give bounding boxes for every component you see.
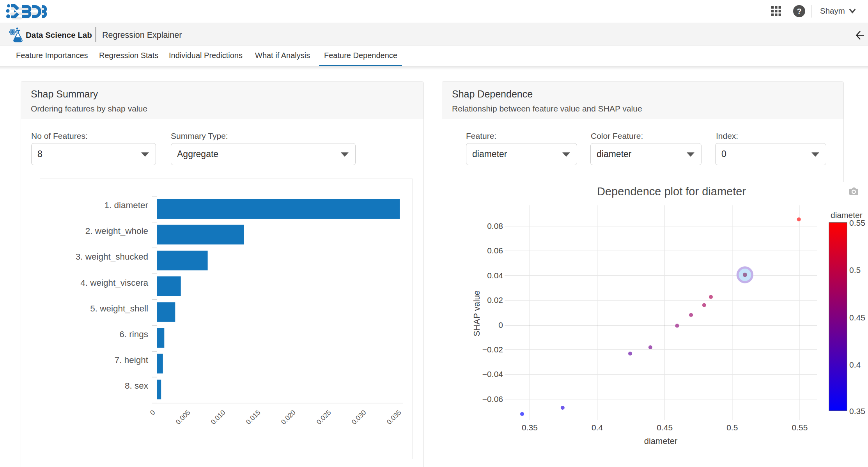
svg-text:6. rings: 6. rings xyxy=(119,329,148,339)
svg-text:4. weight_viscera: 4. weight_viscera xyxy=(80,278,148,288)
svg-text:0.08: 0.08 xyxy=(487,221,503,230)
svg-text:0.45: 0.45 xyxy=(849,313,865,322)
svg-text:?: ? xyxy=(797,7,801,16)
svg-text:5. weight_shell: 5. weight_shell xyxy=(90,304,148,313)
svg-text:−0.06: −0.06 xyxy=(482,394,503,403)
svg-text:0.55: 0.55 xyxy=(792,423,808,432)
svg-text:0.02: 0.02 xyxy=(487,295,503,304)
svg-text:−0.02: −0.02 xyxy=(482,345,503,354)
svg-text:0.030: 0.030 xyxy=(350,409,368,426)
svg-text:0.010: 0.010 xyxy=(209,409,227,426)
svg-text:0.55: 0.55 xyxy=(849,218,865,227)
svg-text:7. height: 7. height xyxy=(115,355,149,365)
svg-text:2. weight_whole: 2. weight_whole xyxy=(85,226,148,236)
svg-text:0.06: 0.06 xyxy=(487,246,503,255)
svg-text:0: 0 xyxy=(149,408,157,416)
svg-text:0.35: 0.35 xyxy=(849,407,865,416)
svg-text:0.4: 0.4 xyxy=(849,360,861,369)
svg-text:Dependence plot for diameter: Dependence plot for diameter xyxy=(597,185,746,198)
svg-text:−0.04: −0.04 xyxy=(482,370,503,379)
svg-text:0.025: 0.025 xyxy=(315,409,333,426)
svg-text:0.005: 0.005 xyxy=(174,409,192,426)
svg-text:0.5: 0.5 xyxy=(849,265,861,274)
svg-text:0.45: 0.45 xyxy=(657,423,673,432)
svg-text:0.04: 0.04 xyxy=(487,271,503,280)
svg-text:0.035: 0.035 xyxy=(385,409,403,426)
svg-text:8. sex: 8. sex xyxy=(125,381,149,391)
svg-text:0.020: 0.020 xyxy=(280,409,297,426)
svg-text:0.35: 0.35 xyxy=(522,423,538,432)
svg-text:SHAP value: SHAP value xyxy=(472,290,482,336)
svg-text:0.5: 0.5 xyxy=(726,423,738,432)
svg-text:1. diameter: 1. diameter xyxy=(104,200,148,210)
svg-text:0: 0 xyxy=(498,320,503,329)
svg-text:0.015: 0.015 xyxy=(244,409,262,426)
svg-text:diameter: diameter xyxy=(644,436,678,446)
svg-text:0.4: 0.4 xyxy=(592,423,603,432)
svg-text:3. weight_shucked: 3. weight_shucked xyxy=(76,252,148,262)
